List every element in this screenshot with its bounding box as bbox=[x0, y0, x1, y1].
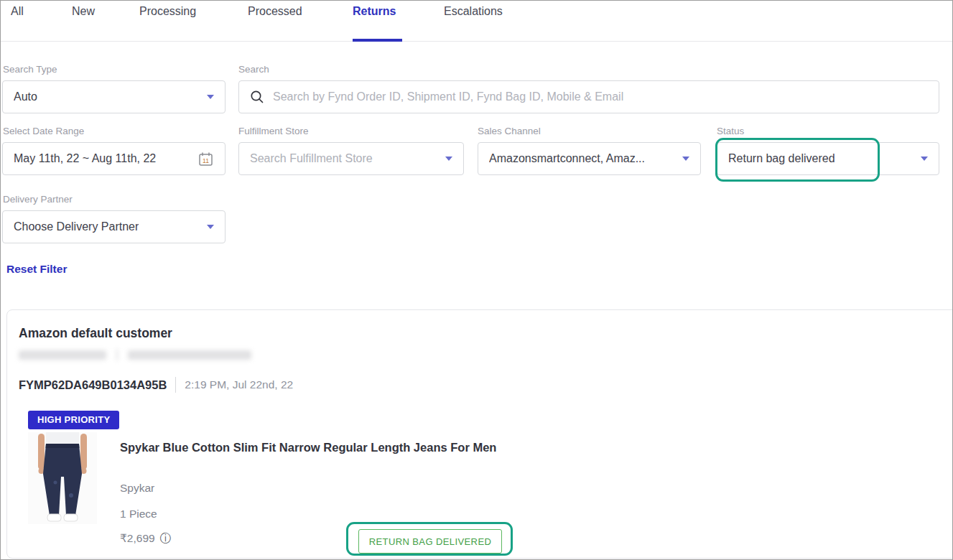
search-type-dropdown[interactable]: Auto bbox=[2, 80, 226, 113]
date-range-picker[interactable]: May 11th, 22 ~ Aug 11th, 22 11 bbox=[2, 142, 226, 175]
tab-escalations[interactable]: Escalations bbox=[444, 5, 503, 18]
tab-processing[interactable]: Processing bbox=[139, 5, 196, 18]
search-input[interactable] bbox=[273, 90, 928, 103]
fulfillment-store-dropdown[interactable]: Search Fulfillment Store bbox=[238, 142, 464, 175]
chevron-down-icon bbox=[921, 157, 928, 161]
delivery-partner-label: Delivery Partner bbox=[3, 194, 73, 205]
info-icon[interactable]: ⓘ bbox=[160, 533, 172, 544]
order-id-row: FYMP62DA649B0134A95B 2:19 PM, Jul 22nd, … bbox=[19, 377, 293, 393]
chevron-down-icon bbox=[682, 157, 689, 161]
sales-channel-label: Sales Channel bbox=[478, 126, 541, 136]
order-tabs: All New Processing Processed Returns Esc… bbox=[1, 1, 952, 42]
date-range-value: May 11th, 22 ~ Aug 11th, 22 bbox=[14, 152, 156, 165]
search-type-label: Search Type bbox=[3, 64, 57, 75]
redacted-email bbox=[128, 350, 251, 360]
order-timestamp: 2:19 PM, Jul 22nd, 22 bbox=[185, 378, 293, 391]
product-quantity: 1 Piece bbox=[120, 508, 157, 521]
product-brand: Spykar bbox=[120, 482, 154, 495]
tab-returns[interactable]: Returns bbox=[353, 5, 396, 18]
delivery-partner-placeholder: Choose Delivery Partner bbox=[14, 220, 139, 233]
status-dropdown[interactable]: Return bag delivered bbox=[717, 142, 939, 175]
divider bbox=[175, 377, 176, 393]
calendar-icon: 11 bbox=[197, 151, 214, 167]
customer-name: Amazon default customer bbox=[19, 326, 172, 341]
order-id: FYMP62DA649B0134A95B bbox=[19, 378, 167, 392]
price-row: ₹2,699 ⓘ bbox=[120, 532, 172, 545]
redacted-contact-info bbox=[19, 349, 251, 360]
order-card: Amazon default customer FYMP62DA649B0134… bbox=[6, 309, 953, 559]
product-price: ₹2,699 bbox=[120, 532, 155, 545]
product-title: Spykar Blue Cotton Slim Fit Narrow Regul… bbox=[120, 437, 508, 457]
svg-text:11: 11 bbox=[203, 157, 209, 164]
product-image bbox=[28, 432, 97, 524]
status-value: Return bag delivered bbox=[728, 152, 835, 165]
search-label: Search bbox=[238, 64, 269, 75]
date-range-label: Select Date Range bbox=[3, 126, 84, 136]
search-field bbox=[238, 80, 939, 113]
sales-channel-value: Amazonsmartconnect, Amaz... bbox=[489, 152, 645, 165]
chevron-down-icon bbox=[207, 95, 214, 99]
sales-channel-dropdown[interactable]: Amazonsmartconnect, Amaz... bbox=[478, 142, 701, 175]
tab-all[interactable]: All bbox=[11, 5, 24, 18]
chevron-down-icon bbox=[207, 225, 214, 229]
orders-page: All New Processing Processed Returns Esc… bbox=[0, 0, 953, 560]
chevron-down-icon bbox=[445, 157, 452, 161]
return-bag-delivered-button[interactable]: RETURN BAG DELIVERED bbox=[358, 529, 502, 554]
fulfillment-store-label: Fulfillment Store bbox=[238, 126, 309, 136]
status-label: Status bbox=[717, 126, 744, 136]
search-icon bbox=[250, 90, 264, 104]
high-priority-badge: HIGH PRIORITY bbox=[28, 411, 119, 429]
tab-processed[interactable]: Processed bbox=[248, 5, 302, 18]
reset-filter-link[interactable]: Reset Filter bbox=[6, 263, 67, 276]
search-type-value: Auto bbox=[14, 90, 37, 103]
delivery-partner-dropdown[interactable]: Choose Delivery Partner bbox=[2, 210, 226, 243]
redacted-phone bbox=[19, 350, 106, 360]
active-tab-indicator bbox=[353, 39, 402, 42]
tab-new[interactable]: New bbox=[72, 5, 95, 18]
divider bbox=[116, 349, 118, 360]
fulfillment-store-placeholder: Search Fulfillment Store bbox=[250, 152, 373, 165]
